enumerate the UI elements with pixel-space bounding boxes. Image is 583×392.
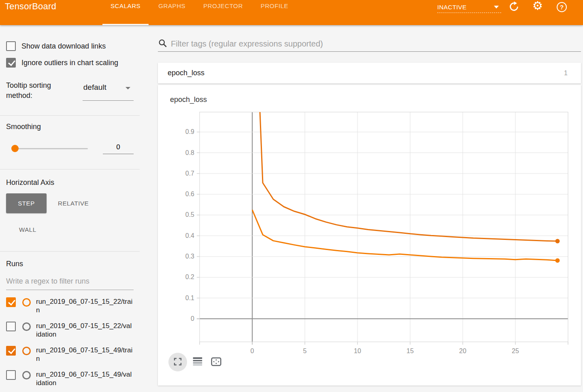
tag-section-title: epoch_loss: [168, 69, 204, 77]
show-download-links-label: Show data download links: [21, 42, 106, 51]
settings-button[interactable]: ⚙: [532, 0, 543, 11]
run-color-circle[interactable]: [22, 371, 31, 379]
run-name: run_2019_06_07-15_15_49/train: [36, 346, 133, 363]
chevron-down-icon: [126, 87, 130, 89]
tab-scalars[interactable]: SCALARS: [102, 0, 149, 25]
divider: [0, 115, 140, 116]
run-item: run_2019_06_07-15_15_22/train: [6, 297, 134, 314]
run-checkbox[interactable]: [6, 322, 16, 331]
log-scale-icon: [191, 356, 204, 369]
svg-text:15: 15: [406, 348, 414, 354]
svg-text:0.2: 0.2: [185, 273, 194, 280]
runs-label: Runs: [6, 260, 134, 268]
app-title: TensorBoard: [5, 1, 56, 12]
tab-projector[interactable]: PROJECTOR: [194, 0, 252, 25]
svg-text:0.5: 0.5: [185, 211, 194, 218]
ignore-outliers-label: Ignore outliers in chart scaling: [21, 59, 118, 67]
tooltip-sorting-value: default: [83, 83, 106, 91]
app-header: TensorBoard SCALARS GRAPHS PROJECTOR PRO…: [0, 0, 583, 25]
ignore-outliers-row: Ignore outliers in chart scaling: [6, 58, 134, 68]
tab-graphs[interactable]: GRAPHS: [149, 0, 194, 25]
run-item: run_2019_06_07-15_15_49/validation: [6, 370, 134, 387]
tag-section-header[interactable]: epoch_loss 1: [158, 63, 581, 83]
tooltip-sorting-label: Tooltip sorting method:: [6, 81, 68, 101]
status-label: INACTIVE: [437, 4, 466, 11]
run-name: run_2019_06_07-15_15_49/validation: [36, 370, 133, 387]
show-download-links-checkbox[interactable]: [6, 41, 16, 51]
axis-relative-button[interactable]: RELATIVE: [58, 200, 89, 207]
svg-text:0.1: 0.1: [185, 295, 194, 301]
axis-mode-row: STEP RELATIVE: [6, 193, 134, 213]
tag-section-count: 1: [564, 70, 568, 77]
run-name: run_2019_06_07-15_15_22/validation: [36, 322, 133, 339]
sidebar: Show data download links Ignore outliers…: [0, 25, 140, 392]
svg-text:0.6: 0.6: [185, 191, 194, 197]
scalar-chart-card: epoch_loss 051015202500.10.20.30.40.50.6…: [158, 85, 581, 386]
svg-text:0: 0: [191, 315, 194, 322]
loss-chart[interactable]: 051015202500.10.20.30.40.50.60.70.80.9: [170, 97, 575, 360]
fit-domain-icon: [210, 356, 223, 369]
main-tabs: SCALARS GRAPHS PROJECTOR PROFILE: [102, 0, 297, 25]
tooltip-sorting-row: Tooltip sorting method: default: [6, 81, 134, 101]
svg-text:0.7: 0.7: [185, 170, 194, 177]
axis-wall-button[interactable]: WALL: [19, 226, 36, 233]
svg-text:0: 0: [251, 348, 254, 354]
show-download-links-row: Show data download links: [6, 41, 134, 51]
run-checkbox[interactable]: [6, 370, 16, 380]
smoothing-slider[interactable]: [12, 148, 88, 149]
search-icon: [158, 38, 168, 50]
svg-text:0.8: 0.8: [185, 149, 194, 156]
run-checkbox[interactable]: [6, 346, 16, 356]
svg-text:20: 20: [459, 348, 466, 354]
horizontal-axis-label: Horizontal Axis: [6, 178, 134, 187]
run-name: run_2019_06_07-15_15_22/train: [36, 297, 133, 314]
tab-profile[interactable]: PROFILE: [252, 0, 297, 25]
svg-text:0.9: 0.9: [185, 128, 194, 135]
tag-filter: [158, 36, 581, 52]
run-item: run_2019_06_07-15_15_22/validation: [6, 322, 134, 339]
help-button[interactable]: ?: [557, 1, 568, 13]
svg-text:5: 5: [303, 348, 307, 354]
tooltip-sorting-select[interactable]: default: [83, 82, 134, 101]
help-icon: ?: [557, 2, 567, 12]
refresh-icon: [509, 7, 519, 13]
chart-toolbar: [168, 353, 224, 371]
runs-filter-input[interactable]: [6, 275, 134, 290]
smoothing-value-input[interactable]: [103, 143, 134, 154]
run-color-circle[interactable]: [22, 322, 31, 331]
tag-filter-input[interactable]: [171, 39, 581, 49]
expand-chart-button[interactable]: [168, 353, 187, 371]
divider: [0, 169, 140, 170]
run-checkbox[interactable]: [6, 297, 16, 307]
divider: [0, 251, 140, 252]
svg-text:10: 10: [354, 348, 361, 354]
svg-text:0.4: 0.4: [185, 232, 194, 239]
tensorboard-app: { "header": { "title": "TensorBoard", "t…: [0, 0, 583, 392]
gear-icon: ⚙: [532, 0, 543, 12]
svg-text:25: 25: [512, 348, 519, 354]
run-color-circle[interactable]: [22, 298, 31, 307]
ignore-outliers-checkbox[interactable]: [6, 58, 16, 68]
smoothing-label: Smoothing: [6, 123, 134, 131]
run-item: run_2019_06_07-15_15_49/train: [6, 346, 134, 363]
smoothing-slider-row: [6, 143, 134, 154]
svg-text:0.3: 0.3: [185, 253, 194, 260]
active-tab-underline: [102, 24, 149, 25]
refresh-button[interactable]: [508, 1, 519, 13]
smoothing-slider-thumb[interactable]: [11, 145, 19, 152]
run-color-circle[interactable]: [22, 347, 31, 355]
status-dropdown[interactable]: INACTIVE: [437, 2, 501, 13]
axis-step-button[interactable]: STEP: [6, 193, 47, 213]
expand-icon: [173, 357, 182, 367]
log-scale-button[interactable]: [190, 355, 205, 369]
fit-domain-button[interactable]: [208, 355, 224, 369]
chevron-down-icon: [494, 6, 499, 8]
